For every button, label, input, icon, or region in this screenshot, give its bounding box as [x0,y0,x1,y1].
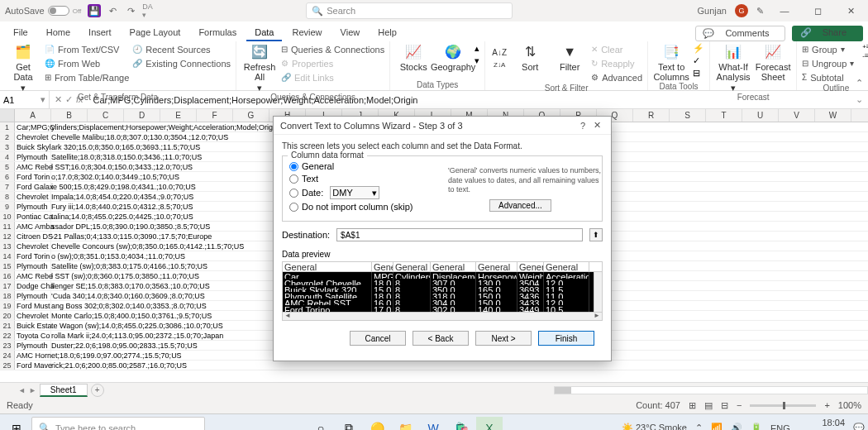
row-header[interactable]: 10 [0,212,15,221]
undo-icon[interactable]: ↶ [106,4,119,17]
sort-button[interactable]: ⇅Sort [512,43,548,72]
refresh-all-button[interactable]: 🔄Refresh All▾ [241,43,278,93]
select-all-corner[interactable] [0,109,15,122]
share-button[interactable]: 🔗 Share [792,26,863,41]
data-preview[interactable]: GeneralGeneralGeneralGeneralGeneralGener… [282,261,603,321]
row-header[interactable]: 12 [0,232,15,241]
close-button[interactable]: ✕ [838,6,863,17]
column-header[interactable]: F [197,109,233,122]
view-pagebreak-icon[interactable]: ⊟ [721,400,728,411]
redo-icon[interactable]: ↷ [124,4,137,17]
collapse-ribbon-icon[interactable]: ⌃ [856,78,863,88]
row-header[interactable]: 4 [0,152,15,161]
ribbon-display-icon[interactable]: ✎ [756,6,764,17]
notifications-icon[interactable]: 💬 [853,423,865,430]
clock[interactable]: 18:0417-11-2021 [799,418,845,430]
column-header[interactable]: E [160,109,197,122]
row-header[interactable]: 9 [0,202,15,211]
column-header[interactable]: G [233,109,269,122]
comments-button[interactable]: 💬 Comments [695,26,785,41]
date-format-select[interactable]: DMY▾ [330,186,379,199]
queries-connections[interactable]: ⊟ Queries & Connections [281,43,384,55]
existing-connections[interactable]: 🔗 Existing Connections [132,57,231,69]
table-row[interactable]: 25Ford Maverick;21.0;6;200.0;85.00;2587.… [0,361,868,370]
tab-review[interactable]: Review [284,25,330,41]
from-table-range[interactable]: ⊞ From Table/Range [45,71,129,84]
advanced-button[interactable]: Advanced... [489,199,551,212]
column-header[interactable]: W [815,109,851,122]
row-header[interactable]: 19 [0,301,15,310]
destination-input[interactable] [336,228,583,241]
back-button[interactable]: < Back [413,331,469,346]
chrome-icon[interactable]: 🟡 [364,417,390,431]
row-header[interactable]: 20 [0,311,15,320]
tab-page-layout[interactable]: Page Layout [122,25,189,41]
ungroup-button[interactable]: ⊟ Ungroup ▾ [802,57,854,69]
filter-button[interactable]: ▼Filter [551,43,588,72]
row-header[interactable]: 18 [0,291,15,300]
start-button[interactable]: ⊞ [3,417,30,431]
sheet-tab-active[interactable]: Sheet1 [40,384,88,397]
get-data-button[interactable]: 🗂️Get Data▾ [5,43,41,93]
tab-help[interactable]: Help [370,25,405,41]
row-header[interactable]: 21 [0,321,15,330]
tab-insert[interactable]: Insert [80,25,120,41]
volume-icon[interactable]: 🔊 [731,423,742,430]
row-header[interactable]: 11 [0,222,15,231]
maximize-button[interactable]: ◻ [805,6,830,17]
horizontal-scrollbar[interactable] [554,386,868,394]
store-icon[interactable]: 🛍️ [448,417,475,431]
username[interactable]: Gunjan [698,6,727,16]
sort-az-button[interactable]: A↓ZZ↓A [490,43,508,69]
avatar[interactable]: G [735,4,748,17]
recent-sources[interactable]: 🕘 Recent Sources [132,43,231,55]
cortana-icon[interactable]: ○ [308,417,334,431]
view-normal-icon[interactable]: ⊞ [689,400,696,411]
column-header[interactable]: C [88,109,124,122]
forecast-sheet-button[interactable]: 📈Forecast Sheet [755,43,791,82]
row-header[interactable]: 24 [0,351,15,360]
preview-vscroll[interactable] [594,272,602,312]
advanced-filter[interactable]: ⚙ Advanced [591,71,642,84]
wifi-icon[interactable]: 📶 [711,423,723,430]
column-header[interactable]: D [124,109,160,122]
next-button[interactable]: Next > [475,331,532,346]
tab-data[interactable]: Data [246,25,282,41]
cancel-button[interactable]: Cancel [350,331,406,346]
battery-icon[interactable]: 🔋 [751,423,762,430]
tab-home[interactable]: Home [38,25,79,41]
row-header[interactable]: 23 [0,341,15,350]
row-header[interactable]: 8 [0,192,15,201]
search-input[interactable]: 🔍 Search [306,2,513,19]
geography-button[interactable]: 🌍Geography [435,43,471,72]
tab-view[interactable]: View [332,25,369,41]
row-header[interactable]: 13 [0,241,15,251]
zoom-out-button[interactable]: − [737,400,742,410]
column-header[interactable]: B [51,109,88,122]
text-to-columns-button[interactable]: 📑Text to Columns [653,43,689,82]
sheet-nav-prev[interactable]: ◄ [18,386,26,394]
toggle-icon[interactable] [48,6,69,16]
save-icon[interactable]: 💾 [88,4,101,17]
row-header[interactable]: 16 [0,271,15,280]
column-header[interactable]: R [633,109,670,122]
row-header[interactable]: 3 [0,142,15,151]
from-web[interactable]: 🌐 From Web [45,57,129,69]
ref-picker-button[interactable]: ⬆ [589,228,603,241]
group-button[interactable]: ⊞ Group ▾ [802,43,854,55]
autosave-toggle[interactable]: AutoSave Off [5,6,81,16]
zoom-in-button[interactable]: + [824,400,829,410]
datatypes-more[interactable]: ▴ [475,43,479,54]
row-header[interactable]: 2 [0,132,15,141]
file-explorer-icon[interactable]: 📁 [392,417,418,431]
from-text-csv[interactable]: 📄 From Text/CSV [45,43,129,55]
minimize-button[interactable]: — [772,6,797,16]
zoom-slider[interactable] [750,404,816,407]
taskbar-search[interactable]: 🔍 Type here to search [31,417,205,431]
weather-widget[interactable]: ☀️ 23°C Smoke [622,423,687,430]
column-header[interactable]: S [670,109,706,122]
dialog-close-button[interactable]: ✕ [590,120,604,131]
row-header[interactable]: 7 [0,182,15,191]
subtotal-button[interactable]: Σ Subtotal [802,71,854,84]
tab-file[interactable]: File [5,25,36,41]
